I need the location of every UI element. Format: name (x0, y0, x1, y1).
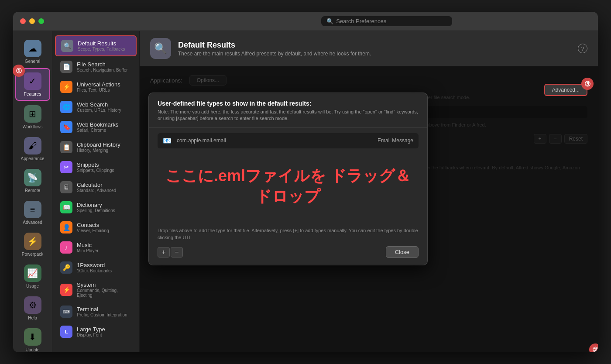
file-uti: com.apple.mail.email (177, 137, 372, 144)
large-type-label: Large Type (77, 326, 105, 333)
advanced-btn-area: Advanced... ③ (544, 84, 587, 96)
system-icon: ⚡ (60, 284, 72, 296)
main-panel: ② 🔍 Default Results These are the main r… (140, 31, 598, 352)
default-results-icon: 🔍 (61, 40, 73, 52)
universal-actions-sub: Files, Text, URLs (77, 88, 120, 93)
web-bookmarks-sub: Safari, Chrome (77, 128, 118, 133)
modal-header: User-defined file types to show in the d… (149, 93, 427, 128)
modal-dialog: User-defined file types to show in the d… (148, 93, 428, 265)
system-label: System (77, 282, 131, 288)
sidebar-item-universal-actions[interactable]: ⚡ Universal Actions Files, Text, URLs (55, 77, 137, 96)
web-search-icon: 🌐 (60, 101, 72, 113)
calculator-label: Calculator (77, 182, 116, 188)
sidebar-item-appearance[interactable]: 🖌 Appearance (15, 134, 50, 165)
modal-overlay: User-defined file types to show in the d… (140, 66, 598, 352)
snippets-sub: Snippets, Clippings (77, 168, 114, 173)
panel-header: ② 🔍 Default Results These are the main r… (140, 31, 598, 66)
usage-icon: 📈 (24, 264, 41, 282)
sidebar-item-usage[interactable]: 📈 Usage (15, 261, 50, 292)
dictionary-label: Dictionary (77, 202, 115, 208)
1password-sub: 1Click Bookmarks (77, 268, 112, 273)
file-search-icon: 📄 (60, 61, 72, 73)
table-row: 📧 com.apple.mail.email Email Message (158, 133, 419, 148)
general-icon: ☁ (24, 40, 41, 57)
minimize-button[interactable] (29, 18, 35, 24)
1password-icon: 🔑 (60, 261, 72, 274)
sidebar-item-advanced[interactable]: ≡ Advanced (15, 197, 50, 228)
sidebar-item-snippets[interactable]: ✂ Snippets Snippets, Clippings (55, 158, 137, 177)
contacts-label: Contacts (77, 222, 109, 228)
sidebar-item-contacts[interactable]: 👤 Contacts Viewer, Emailing (55, 218, 137, 237)
dictionary-sub: Spelling, Definitions (77, 208, 115, 213)
sidebar-item-remote[interactable]: 📡 Remote (15, 165, 50, 196)
web-bookmarks-icon: 🔖 (60, 121, 72, 133)
email-icon: 📧 (163, 137, 172, 145)
modal-table: 📧 com.apple.mail.email Email Message (158, 133, 419, 148)
remote-icon: 📡 (24, 169, 41, 186)
sidebar-item-help[interactable]: ⚙ Help (15, 293, 50, 324)
workflows-label: Workflows (23, 124, 43, 129)
sidebar-item-clipboard-history[interactable]: 📋 Clipboard History History, Merging (55, 137, 137, 157)
panel-title: Default Results (178, 41, 371, 50)
close-modal-button[interactable]: Close (386, 246, 419, 258)
sidebar-item-workflows[interactable]: ⊞ Workflows (15, 102, 50, 133)
sidebar-item-web-bookmarks[interactable]: 🔖 Web Bookmarks Safari, Chrome (55, 117, 137, 137)
modal-footer-text: Drop files above to add the type for tha… (149, 227, 427, 241)
sidebar-item-web-search[interactable]: 🌐 Web Search Custom, URLs, History (55, 97, 137, 117)
drop-zone[interactable]: ここに.emlファイルを ドラッグ＆ドロップ (149, 148, 427, 224)
features-icon: ✓ (24, 72, 41, 90)
update-label: Update (25, 347, 39, 352)
sidebar-icons: ☁ General ✓ Features ① ⊞ Workflows 🖌 App… (13, 31, 52, 352)
contacts-icon: 👤 (60, 221, 72, 234)
advanced-icon: ≡ (24, 201, 41, 218)
clipboard-history-label: Clipboard History (77, 141, 120, 148)
sidebar-item-calculator[interactable]: 🖩 Calculator Standard, Advanced (55, 178, 137, 197)
music-sub: Mini Player (77, 248, 98, 253)
file-type: Email Message (378, 137, 413, 144)
close-button[interactable] (20, 18, 26, 24)
terminal-label: Terminal (77, 306, 127, 312)
sidebar-item-features[interactable]: ✓ Features ① (15, 68, 50, 101)
advanced-label: Advanced (23, 220, 42, 225)
file-search-sub: Search, Navigation, Buffer (77, 68, 128, 72)
titlebar: 🔍 Search Preferences (13, 12, 598, 31)
sidebar-item-dictionary[interactable]: 📖 Dictionary Spelling, Definitions (55, 198, 137, 217)
remote-label: Remote (25, 188, 40, 193)
sidebar-item-general[interactable]: ☁ General (15, 36, 50, 67)
snippets-label: Snippets (77, 161, 114, 168)
sidebar-item-system[interactable]: ⚡ System Commands, Quitting, Ejecting (55, 278, 137, 301)
1password-label: 1Password (77, 262, 112, 268)
traffic-lights (20, 18, 44, 24)
advanced-button[interactable]: Advanced... (544, 84, 587, 96)
sidebar-item-update[interactable]: ⬇ Update (15, 325, 50, 352)
step-3-circle: ③ (581, 78, 594, 90)
maximize-button[interactable] (38, 18, 44, 24)
add-type-button[interactable]: + (158, 247, 170, 258)
calculator-icon: 🖩 (60, 181, 72, 193)
sidebar-item-large-type[interactable]: L Large Type Display, Font (55, 322, 137, 341)
main-content: ☁ General ✓ Features ① ⊞ Workflows 🖌 App… (13, 31, 598, 352)
powerpack-label: Powerpack (22, 252, 43, 257)
clipboard-history-icon: 📋 (60, 141, 72, 153)
sidebar-item-default-results[interactable]: 🔍 Default Results Scope, Types, Fallback… (55, 35, 137, 56)
web-search-sub: Custom, URLs, History (77, 108, 121, 113)
system-sub: Commands, Quitting, Ejecting (77, 288, 131, 298)
modal-subtitle: Note: The more you add here, the less ac… (158, 109, 419, 122)
powerpack-icon: ⚡ (24, 233, 41, 250)
search-icon: 🔍 (326, 18, 333, 24)
sidebar-item-powerpack[interactable]: ⚡ Powerpack (15, 229, 50, 260)
sidebar-item-music[interactable]: ♪ Music Mini Player (55, 238, 137, 257)
help-button[interactable]: ? (578, 44, 587, 53)
update-icon: ⬇ (24, 328, 41, 346)
default-results-label: Default Results (78, 40, 125, 47)
panel-description: These are the main results Alfred presen… (178, 51, 371, 57)
sidebar-item-terminal[interactable]: ⌨ Terminal Prefix, Custom Integration (55, 302, 137, 321)
sidebar-item-file-search[interactable]: 📄 File Search Search, Navigation, Buffer (55, 57, 137, 76)
search-placeholder: Search Preferences (336, 18, 386, 24)
search-bar[interactable]: 🔍 Search Preferences (321, 16, 452, 26)
sidebar-list: 🔍 Default Results Scope, Types, Fallback… (52, 31, 140, 352)
sidebar-item-1password[interactable]: 🔑 1Password 1Click Bookmarks (55, 258, 137, 277)
calculator-sub: Standard, Advanced (77, 188, 116, 193)
remove-type-button[interactable]: − (171, 247, 183, 258)
drop-instruction-ja: ここに.emlファイルを ドラッグ＆ドロップ (165, 167, 411, 205)
